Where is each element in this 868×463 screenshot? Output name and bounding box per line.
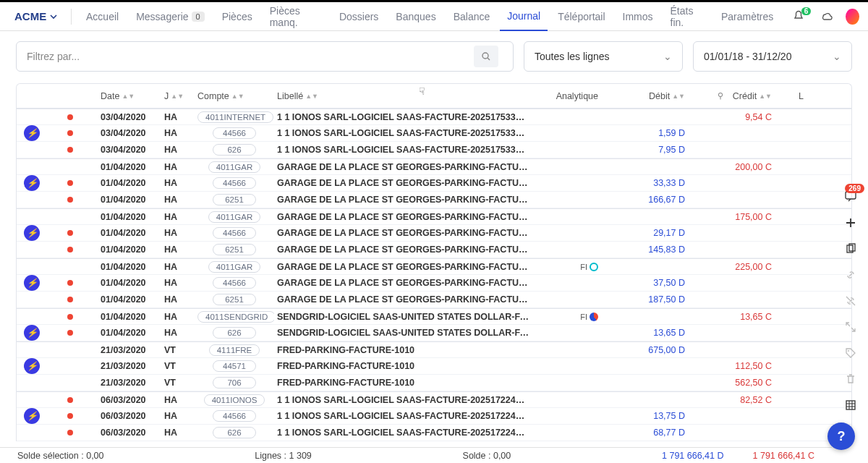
cell-j: HA bbox=[161, 228, 195, 238]
rail-unlink-icon[interactable] bbox=[845, 295, 856, 310]
account-chip[interactable]: 44566 bbox=[213, 410, 256, 422]
col-credit[interactable]: ⚲ Crédit▲▼ bbox=[688, 91, 775, 101]
account-chip[interactable]: 6251 bbox=[213, 294, 256, 305]
col-date[interactable]: Date▲▼ bbox=[98, 91, 161, 101]
col-debit[interactable]: Débit▲▼ bbox=[601, 91, 688, 101]
nav-item-pi-ces[interactable]: Pièces bbox=[215, 2, 260, 31]
rail-comments-icon[interactable]: 269 bbox=[844, 190, 857, 205]
analytic-tag[interactable]: FI bbox=[580, 263, 598, 271]
bolt-icon[interactable]: ⚡ bbox=[24, 325, 40, 341]
rail-tag-icon[interactable] bbox=[845, 347, 856, 362]
nav-item-messagerie[interactable]: Messagerie0 bbox=[129, 2, 212, 31]
table-row[interactable]: 06/03/2020HA4011IONOS1 1 IONOS SARL-LOGI… bbox=[17, 391, 851, 408]
table-row[interactable]: 01/04/2020HA6251GARAGE DE LA PLACE ST GE… bbox=[17, 192, 851, 208]
table-row[interactable]: 06/03/2020HA6261 1 IONOS SARL-LOGICIEL S… bbox=[17, 425, 851, 441]
table-row[interactable]: 03/04/2020HA4011INTERNET1 1 IONOS SARL-L… bbox=[17, 109, 851, 125]
bolt-icon[interactable]: ⚡ bbox=[24, 175, 40, 191]
table-row[interactable]: ⚡01/04/2020HA44566GARAGE DE LA PLACE ST … bbox=[17, 175, 851, 192]
account-chip[interactable]: 4111FRE bbox=[209, 344, 260, 356]
analytic-tag[interactable]: FI bbox=[580, 313, 598, 321]
table-row[interactable]: 01/04/2020HA4011GARGARAGE DE LA PLACE ST… bbox=[17, 258, 851, 275]
nav-item-t-l-portail[interactable]: Téléportail bbox=[550, 2, 612, 31]
cell-libelle: GARAGE DE LA PLACE ST GEORGES-PARKING-FA… bbox=[274, 228, 532, 238]
status-dot bbox=[67, 230, 73, 236]
account-chip[interactable]: 4011GAR bbox=[208, 161, 261, 173]
rail-link-icon[interactable] bbox=[845, 269, 856, 284]
lines-filter-select[interactable]: Toutes les lignes ⌄ bbox=[524, 41, 683, 72]
account-chip[interactable]: 4011SENDGRID bbox=[197, 311, 274, 323]
account-chip[interactable]: 44566 bbox=[213, 127, 256, 139]
nav-item-banques[interactable]: Banques bbox=[388, 2, 443, 31]
cell-date: 21/03/2020 bbox=[98, 378, 161, 388]
col-analytique[interactable]: Analytique bbox=[532, 91, 601, 101]
nav-item-journal[interactable]: Journal bbox=[500, 2, 548, 31]
table-row[interactable]: 21/03/2020VT706FRED-PARKING-FACTURE-1010… bbox=[17, 375, 851, 391]
brand-selector[interactable]: ACME bbox=[9, 10, 64, 22]
table-row[interactable]: ⚡01/04/2020HA626SENDGRID-LOGICIEL SAAS-U… bbox=[17, 325, 851, 341]
col-compte[interactable]: Compte▲▼☟ bbox=[195, 91, 274, 101]
rail-trash-icon[interactable] bbox=[845, 373, 856, 388]
bolt-icon[interactable]: ⚡ bbox=[24, 358, 40, 374]
date-range-select[interactable]: 01/01/18 - 31/12/20 ⌄ bbox=[693, 41, 852, 72]
account-chip[interactable]: 44571 bbox=[213, 360, 256, 372]
rail-copy-icon[interactable] bbox=[845, 243, 856, 258]
account-chip[interactable]: 6251 bbox=[213, 194, 256, 205]
account-chip[interactable]: 4011GAR bbox=[208, 261, 261, 273]
rail-expand-icon[interactable] bbox=[845, 321, 856, 336]
bolt-icon[interactable]: ⚡ bbox=[24, 125, 40, 141]
filter-input[interactable] bbox=[27, 51, 474, 62]
table-row[interactable]: ⚡21/03/2020VT44571FRED-PARKING-FACTURE-1… bbox=[17, 358, 851, 375]
account-chip[interactable]: 6251 bbox=[213, 244, 256, 255]
nav-item-accueil[interactable]: Accueil bbox=[79, 2, 126, 31]
nav-item-balance[interactable]: Balance bbox=[446, 2, 498, 31]
account-chip[interactable]: 706 bbox=[213, 377, 256, 388]
cell-j: HA bbox=[161, 112, 195, 122]
filter-icon[interactable]: ⚲ bbox=[718, 91, 723, 101]
bolt-icon[interactable]: ⚡ bbox=[24, 275, 40, 291]
account-chip[interactable]: 4011IONOS bbox=[204, 394, 265, 406]
journal-table: Date▲▼ J▲▼ Compte▲▼☟ Libellé▲▼ Analytiqu… bbox=[16, 83, 852, 441]
table-row[interactable]: 01/04/2020HA6251GARAGE DE LA PLACE ST GE… bbox=[17, 242, 851, 258]
col-l[interactable]: L bbox=[775, 91, 807, 101]
account-chip[interactable]: 4011INTERNET bbox=[197, 111, 273, 123]
table-row[interactable]: 01/04/2020HA4011GARGARAGE DE LA PLACE ST… bbox=[17, 158, 851, 175]
account-chip[interactable]: 44566 bbox=[213, 177, 256, 189]
table-row[interactable]: 01/04/2020HA4011GARGARAGE DE LA PLACE ST… bbox=[17, 208, 851, 225]
table-row[interactable]: ⚡01/04/2020HA44566GARAGE DE LA PLACE ST … bbox=[17, 225, 851, 242]
cell-credit: 562,50 C bbox=[688, 378, 775, 388]
nav-item-immos[interactable]: Immos bbox=[616, 2, 660, 31]
cell-date: 01/04/2020 bbox=[98, 178, 161, 188]
status-dot bbox=[67, 114, 73, 120]
cell-debit: 145,83 D bbox=[601, 245, 688, 255]
cell-debit: 1,59 D bbox=[601, 128, 688, 138]
col-j[interactable]: J▲▼ bbox=[161, 91, 195, 101]
account-chip[interactable]: 4011GAR bbox=[208, 211, 261, 223]
table-row[interactable]: 03/04/2020HA6261 1 IONOS SARL-LOGICIEL S… bbox=[17, 142, 851, 158]
table-row[interactable]: 01/04/2020HA6251GARAGE DE LA PLACE ST GE… bbox=[17, 292, 851, 308]
cloud-sync-icon[interactable] bbox=[814, 9, 838, 24]
cell-libelle: GARAGE DE LA PLACE ST GEORGES-PARKING-FA… bbox=[274, 245, 532, 255]
table-row[interactable]: ⚡01/04/2020HA44566GARAGE DE LA PLACE ST … bbox=[17, 275, 851, 292]
bolt-icon[interactable]: ⚡ bbox=[24, 408, 40, 424]
account-chip[interactable]: 626 bbox=[213, 427, 256, 438]
cell-debit: 675,00 D bbox=[601, 345, 688, 355]
table-row[interactable]: ⚡03/04/2020HA445661 1 IONOS SARL-LOGICIE… bbox=[17, 125, 851, 142]
nav-item-param-tres[interactable]: Paramètres bbox=[714, 2, 780, 31]
rail-grid-icon[interactable] bbox=[845, 399, 856, 414]
account-chip[interactable]: 44566 bbox=[213, 277, 256, 289]
nav-item--tats-fin-[interactable]: États fin. bbox=[663, 2, 711, 31]
bolt-icon[interactable]: ⚡ bbox=[24, 225, 40, 241]
nav-item-pi-ces-manq-[interactable]: Pièces manq. bbox=[263, 2, 329, 31]
account-chip[interactable]: 626 bbox=[213, 144, 256, 156]
nav-item-dossiers[interactable]: Dossiers bbox=[332, 2, 386, 31]
table-row[interactable]: ⚡06/03/2020HA445661 1 IONOS SARL-LOGICIE… bbox=[17, 408, 851, 425]
col-libelle[interactable]: Libellé▲▼ bbox=[274, 91, 532, 101]
account-chip[interactable]: 626 bbox=[213, 327, 256, 339]
avatar[interactable] bbox=[846, 9, 859, 25]
notifications-icon[interactable]: 6 bbox=[786, 9, 811, 24]
search-button[interactable] bbox=[474, 46, 498, 67]
rail-add-icon[interactable] bbox=[845, 217, 856, 232]
table-row[interactable]: 21/03/2020VT4111FREFRED-PARKING-FACTURE-… bbox=[17, 341, 851, 358]
table-row[interactable]: 01/04/2020HA4011SENDGRIDSENDGRID-LOGICIE… bbox=[17, 308, 851, 325]
account-chip[interactable]: 44566 bbox=[213, 227, 256, 239]
